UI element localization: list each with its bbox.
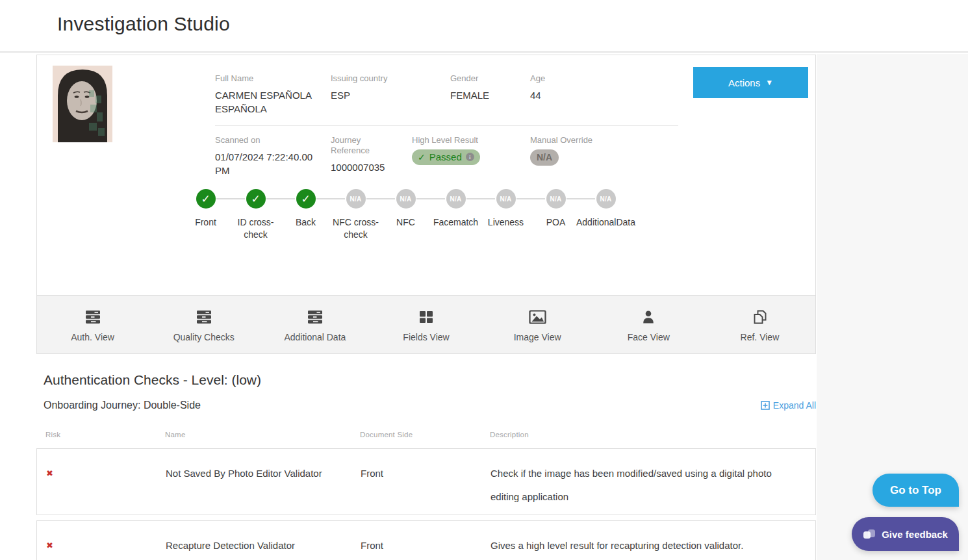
field-value: 01/07/2024 7:22:40.00 PM [215,150,323,177]
field-value: FEMALE [450,88,522,102]
field-label: Full Name [215,73,323,84]
actions-button-label: Actions [728,77,760,88]
check-icon: ✓ [418,152,426,162]
field-gender: Gender FEMALE [450,73,530,116]
check-description: Gives a high level result for recapturin… [490,534,815,560]
list-rows-icon [307,309,324,325]
tab-label: Image View [514,332,561,342]
field-journey-reference: Journey Reference 1000007035 [331,135,412,177]
document-side: Front [361,462,490,515]
tab-face-view[interactable]: Face View [593,296,704,353]
grid-icon [419,309,433,325]
column-header-name: Name [165,431,360,439]
info-divider [215,125,678,126]
field-label: Issuing country [331,73,442,84]
passed-label: Passed [429,151,462,162]
step-label: ID cross- check [238,216,274,241]
field-value: 44 [530,88,671,102]
investigation-studio-page: Investigation Studio [0,0,968,560]
field-full-name: Full Name CARMEN ESPAÑOLA ESPAÑOLA [215,73,331,116]
field-value: ESP [331,88,442,102]
step-additional-data: N/A AdditionalData [581,189,631,254]
go-to-top-button[interactable]: Go to Top [872,474,959,507]
expand-all-label: Expand All [773,400,816,411]
check-circle-icon: ✓ [296,189,316,209]
na-circle-icon: N/A [496,189,516,209]
column-header-description: Description [490,431,816,439]
document-portrait-photo [53,66,112,142]
na-circle-icon: N/A [446,189,466,209]
caret-down-icon: ▼ [765,78,773,87]
portrait-illustration [53,66,112,142]
top-header: Investigation Studio [0,0,968,53]
give-feedback-label: Give feedback [882,529,948,540]
table-row[interactable]: ✖ Not Saved By Photo Editor Validator Fr… [36,448,816,515]
tab-label: Fields View [403,332,449,342]
na-circle-icon: N/A [596,189,616,209]
tab-image-view[interactable]: Image View [482,296,593,353]
field-age: Age 44 [530,73,679,116]
info-row-1: Full Name CARMEN ESPAÑOLA ESPAÑOLA Issui… [215,73,679,116]
list-rows-icon [84,309,101,325]
tab-auth-view[interactable]: Auth. View [37,296,148,353]
tab-ref-view[interactable]: Ref. View [704,296,815,353]
field-label: Gender [450,73,522,84]
na-circle-icon: N/A [396,189,416,209]
tab-additional-data[interactable]: Additional Data [259,296,370,353]
document-side: Front [361,534,490,560]
step-label: Facematch [433,216,478,229]
field-label: Scanned on [215,135,323,146]
step-label: Back [296,216,316,229]
step-label: AdditionalData [576,216,635,229]
field-value: 1000007035 [331,160,404,174]
status-badge-na: N/A [530,149,559,166]
check-name: Not Saved By Photo Editor Validator [166,462,361,515]
check-circle-icon: ✓ [246,189,266,209]
expand-all-link[interactable]: Expand All [761,400,816,411]
subject-summary-card: Actions ▼ Full Name CARMEN ESPAÑOLA ESPA… [36,55,816,354]
actions-button[interactable]: Actions ▼ [693,67,808,98]
step-label: Liveness [488,216,524,229]
tab-label: Face View [628,332,670,342]
risk-fail-icon: ✖ [37,462,166,515]
column-header-risk: Risk [36,431,165,439]
risk-fail-icon: ✖ [37,534,166,560]
copy-pages-icon [752,309,767,325]
table-row[interactable]: ✖ Recapture Detection Validator Front Gi… [36,520,816,560]
field-high-level-result: High Level Result ✓ Passed i [412,135,530,177]
journey-stepper: ✓ Front ✓ ID cross- check ✓ Back N/A NFC… [181,189,631,254]
page-title: Investigation Studio [57,13,230,35]
subject-info: Full Name CARMEN ESPAÑOLA ESPAÑOLA Issui… [215,73,679,177]
tab-label: Additional Data [284,332,346,342]
column-header-document-side: Document Side [360,431,490,439]
field-scanned-on: Scanned on 01/07/2024 7:22:40.00 PM [215,135,331,177]
field-issuing-country: Issuing country ESP [331,73,450,116]
na-circle-icon: N/A [346,189,366,209]
field-label: Journey Reference [331,135,376,156]
image-icon [529,309,546,325]
give-feedback-button[interactable]: Give feedback [852,517,959,551]
status-badge-passed[interactable]: ✓ Passed i [412,149,480,165]
info-icon: i [466,153,474,161]
tab-label: Auth. View [71,332,114,342]
na-circle-icon: N/A [546,189,566,209]
view-tabbar: Auth. View Quality Checks Additional Dat… [37,295,815,353]
field-manual-override: Manual Override N/A [530,135,679,177]
tab-fields-view[interactable]: Fields View [370,296,481,353]
feedback-bubbles-icon [863,529,876,540]
person-icon [641,309,656,325]
field-label: Manual Override [530,135,671,146]
tab-quality-checks[interactable]: Quality Checks [148,296,259,353]
checks-table-header: Risk Name Document Side Description [36,431,816,439]
tab-label: Quality Checks [173,332,235,342]
section-title: Authentication Checks - Level: (low) [44,372,261,388]
field-label: Age [530,73,671,84]
field-label: High Level Result [412,135,522,146]
check-description: Check if the image has been modified/sav… [490,462,815,515]
step-label: NFC cross- check [333,216,379,241]
section-subtitle: Onboarding Journey: Double-Side [44,400,201,411]
step-label: NFC [396,216,415,229]
field-value: CARMEN ESPAÑOLA ESPAÑOLA [215,88,323,116]
expand-all-icon [761,401,770,410]
step-label: Front [195,216,216,229]
